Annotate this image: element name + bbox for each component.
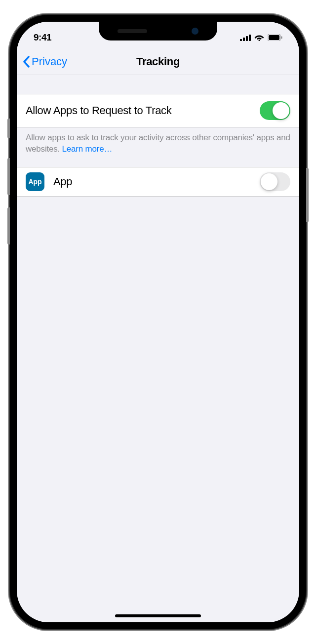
app-name: App <box>53 175 260 188</box>
svg-rect-2 <box>246 36 248 41</box>
front-camera <box>192 28 198 35</box>
home-indicator[interactable] <box>115 614 201 617</box>
svg-point-4 <box>259 40 260 41</box>
status-time: 9:41 <box>34 32 51 43</box>
allow-apps-request-label: Allow Apps to Request to Track <box>26 104 172 117</box>
app-icon-label: App <box>28 178 41 186</box>
cellular-icon <box>240 35 251 41</box>
app-tracking-toggle[interactable] <box>260 172 290 191</box>
svg-rect-0 <box>240 39 242 41</box>
volume-up-button <box>7 158 10 195</box>
allow-apps-request-toggle[interactable] <box>260 101 290 120</box>
learn-more-link[interactable]: Learn more… <box>62 144 113 154</box>
notch <box>99 22 217 40</box>
screen: 9:41 <box>17 22 299 622</box>
allow-apps-request-row: Allow Apps to Request to Track <box>17 94 299 127</box>
content: Allow Apps to Request to Track Allow app… <box>17 75 299 197</box>
mute-switch <box>7 119 10 138</box>
battery-icon <box>268 34 282 41</box>
volume-down-button <box>7 207 10 244</box>
speaker <box>118 29 147 33</box>
switch-knob <box>261 173 277 190</box>
power-button <box>306 168 309 222</box>
svg-rect-6 <box>269 35 279 40</box>
svg-rect-1 <box>243 38 245 41</box>
back-button[interactable]: Privacy <box>23 55 67 68</box>
chevron-left-icon <box>23 56 30 68</box>
app-icon: App <box>26 172 44 191</box>
status-icons <box>240 34 282 41</box>
switch-knob <box>273 102 289 119</box>
wifi-icon <box>254 34 264 41</box>
nav-bar: Privacy Tracking <box>17 48 299 75</box>
app-row: App App <box>17 167 299 197</box>
phone-frame: 9:41 <box>10 15 306 629</box>
svg-rect-7 <box>281 37 282 39</box>
nav-title: Tracking <box>136 55 180 68</box>
svg-rect-3 <box>249 35 251 41</box>
back-label: Privacy <box>32 55 67 68</box>
section-footer: Allow apps to ask to track your activity… <box>17 127 299 167</box>
